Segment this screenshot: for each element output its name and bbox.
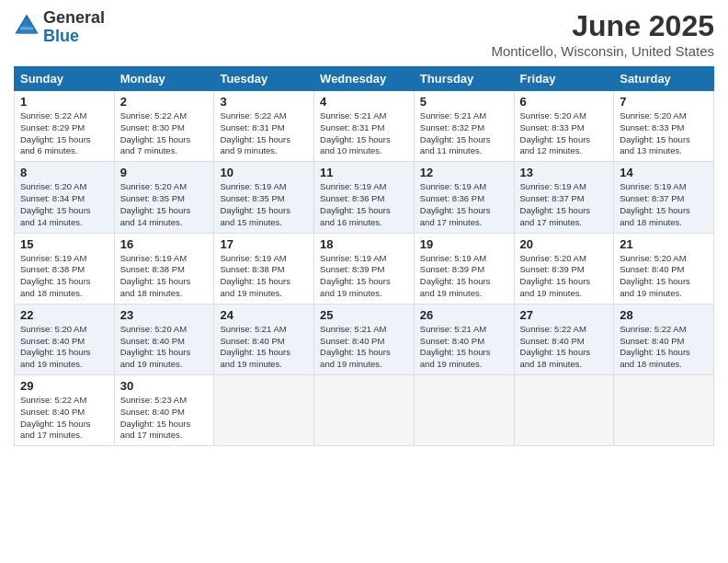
- day-info: Sunrise: 5:19 AMSunset: 8:38 PMDaylight:…: [120, 253, 191, 298]
- day-number: 2: [120, 95, 209, 109]
- calendar-cell: 13 Sunrise: 5:19 AMSunset: 8:37 PMDaylig…: [514, 162, 614, 233]
- day-number: 30: [120, 379, 209, 393]
- col-sunday: Sunday: [15, 67, 115, 91]
- day-info: Sunrise: 5:19 AMSunset: 8:39 PMDaylight:…: [320, 253, 391, 298]
- day-info: Sunrise: 5:22 AMSunset: 8:40 PMDaylight:…: [20, 395, 91, 440]
- day-number: 29: [20, 379, 108, 393]
- calendar-table: Sunday Monday Tuesday Wednesday Thursday…: [14, 66, 714, 446]
- day-number: 17: [220, 237, 308, 251]
- day-number: 7: [620, 95, 708, 109]
- svg-rect-2: [20, 27, 33, 29]
- col-tuesday: Tuesday: [214, 67, 314, 91]
- day-number: 18: [320, 237, 408, 251]
- calendar-cell: 10 Sunrise: 5:19 AMSunset: 8:35 PMDaylig…: [214, 162, 314, 233]
- day-number: 14: [620, 166, 708, 179]
- calendar-header: Sunday Monday Tuesday Wednesday Thursday…: [15, 67, 714, 91]
- day-info: Sunrise: 5:20 AMSunset: 8:33 PMDaylight:…: [520, 110, 591, 155]
- month-title: June 2025: [491, 9, 714, 43]
- calendar-cell: 27 Sunrise: 5:22 AMSunset: 8:40 PMDaylig…: [514, 304, 614, 374]
- day-info: Sunrise: 5:19 AMSunset: 8:37 PMDaylight:…: [620, 181, 690, 226]
- day-info: Sunrise: 5:21 AMSunset: 8:40 PMDaylight:…: [320, 324, 391, 369]
- day-number: 9: [120, 166, 209, 179]
- day-info: Sunrise: 5:21 AMSunset: 8:32 PMDaylight:…: [420, 110, 491, 155]
- day-info: Sunrise: 5:22 AMSunset: 8:40 PMDaylight:…: [620, 324, 690, 369]
- calendar-cell: 25 Sunrise: 5:21 AMSunset: 8:40 PMDaylig…: [314, 304, 415, 374]
- day-info: Sunrise: 5:20 AMSunset: 8:39 PMDaylight:…: [520, 253, 591, 298]
- calendar-cell: 12 Sunrise: 5:19 AMSunset: 8:36 PMDaylig…: [414, 162, 514, 233]
- day-info: Sunrise: 5:19 AMSunset: 8:39 PMDaylight:…: [420, 253, 491, 298]
- calendar-week-row: 8 Sunrise: 5:20 AMSunset: 8:34 PMDayligh…: [15, 162, 714, 233]
- calendar-cell: 24 Sunrise: 5:21 AMSunset: 8:40 PMDaylig…: [214, 304, 314, 374]
- day-info: Sunrise: 5:20 AMSunset: 8:40 PMDaylight:…: [20, 324, 91, 369]
- day-number: 16: [120, 237, 209, 251]
- day-number: 26: [420, 308, 508, 322]
- day-info: Sunrise: 5:19 AMSunset: 8:38 PMDaylight:…: [20, 253, 91, 298]
- calendar-cell: 14 Sunrise: 5:19 AMSunset: 8:37 PMDaylig…: [614, 162, 714, 233]
- calendar-body: 1 Sunrise: 5:22 AMSunset: 8:29 PMDayligh…: [15, 91, 714, 446]
- day-number: 12: [420, 166, 508, 179]
- day-info: Sunrise: 5:22 AMSunset: 8:30 PMDaylight:…: [120, 110, 191, 155]
- day-info: Sunrise: 5:19 AMSunset: 8:36 PMDaylight:…: [320, 181, 391, 226]
- calendar-cell: 16 Sunrise: 5:19 AMSunset: 8:38 PMDaylig…: [114, 233, 214, 304]
- day-number: 8: [20, 166, 108, 179]
- logo-icon: [14, 13, 40, 39]
- col-wednesday: Wednesday: [314, 67, 415, 91]
- calendar-cell: 5 Sunrise: 5:21 AMSunset: 8:32 PMDayligh…: [414, 91, 514, 162]
- day-info: Sunrise: 5:19 AMSunset: 8:38 PMDaylight:…: [220, 253, 290, 298]
- day-number: 11: [320, 166, 408, 179]
- logo-general: General: [43, 9, 105, 28]
- day-info: Sunrise: 5:20 AMSunset: 8:40 PMDaylight:…: [620, 253, 690, 298]
- logo: General Blue: [14, 9, 105, 46]
- calendar-cell: 23 Sunrise: 5:20 AMSunset: 8:40 PMDaylig…: [114, 304, 214, 374]
- calendar-cell: [614, 375, 714, 446]
- day-number: 20: [520, 237, 609, 251]
- day-number: 28: [620, 308, 708, 322]
- calendar-cell: [514, 375, 614, 446]
- logo-blue: Blue: [43, 28, 105, 46]
- day-number: 15: [20, 237, 108, 251]
- day-info: Sunrise: 5:22 AMSunset: 8:29 PMDaylight:…: [20, 110, 91, 155]
- calendar-cell: 19 Sunrise: 5:19 AMSunset: 8:39 PMDaylig…: [414, 233, 514, 304]
- calendar-cell: 28 Sunrise: 5:22 AMSunset: 8:40 PMDaylig…: [614, 304, 714, 374]
- calendar-cell: 3 Sunrise: 5:22 AMSunset: 8:31 PMDayligh…: [214, 91, 314, 162]
- calendar-cell: 7 Sunrise: 5:20 AMSunset: 8:33 PMDayligh…: [614, 91, 714, 162]
- calendar-cell: 11 Sunrise: 5:19 AMSunset: 8:36 PMDaylig…: [314, 162, 415, 233]
- calendar-cell: 18 Sunrise: 5:19 AMSunset: 8:39 PMDaylig…: [314, 233, 415, 304]
- day-info: Sunrise: 5:20 AMSunset: 8:40 PMDaylight:…: [120, 324, 191, 369]
- day-number: 27: [520, 308, 609, 322]
- day-info: Sunrise: 5:19 AMSunset: 8:37 PMDaylight:…: [520, 181, 591, 226]
- calendar-week-row: 15 Sunrise: 5:19 AMSunset: 8:38 PMDaylig…: [15, 233, 714, 304]
- col-monday: Monday: [114, 67, 214, 91]
- col-friday: Friday: [514, 67, 614, 91]
- calendar-cell: 22 Sunrise: 5:20 AMSunset: 8:40 PMDaylig…: [15, 304, 115, 374]
- calendar-cell: 15 Sunrise: 5:19 AMSunset: 8:38 PMDaylig…: [15, 233, 115, 304]
- calendar-cell: 6 Sunrise: 5:20 AMSunset: 8:33 PMDayligh…: [514, 91, 614, 162]
- calendar-week-row: 22 Sunrise: 5:20 AMSunset: 8:40 PMDaylig…: [15, 304, 714, 374]
- calendar-cell: 29 Sunrise: 5:22 AMSunset: 8:40 PMDaylig…: [15, 375, 115, 446]
- calendar-cell: 17 Sunrise: 5:19 AMSunset: 8:38 PMDaylig…: [214, 233, 314, 304]
- location: Monticello, Wisconsin, United States: [491, 43, 714, 59]
- day-number: 22: [20, 308, 108, 322]
- day-info: Sunrise: 5:20 AMSunset: 8:35 PMDaylight:…: [120, 181, 191, 226]
- header-row: Sunday Monday Tuesday Wednesday Thursday…: [15, 67, 714, 91]
- calendar-cell: [214, 375, 314, 446]
- calendar-cell: 1 Sunrise: 5:22 AMSunset: 8:29 PMDayligh…: [15, 91, 115, 162]
- calendar-cell: 26 Sunrise: 5:21 AMSunset: 8:40 PMDaylig…: [414, 304, 514, 374]
- day-number: 10: [220, 166, 308, 179]
- page: General Blue June 2025 Monticello, Wisco…: [0, 0, 728, 563]
- logo-text: General Blue: [43, 9, 105, 46]
- calendar-cell: 20 Sunrise: 5:20 AMSunset: 8:39 PMDaylig…: [514, 233, 614, 304]
- calendar-cell: 21 Sunrise: 5:20 AMSunset: 8:40 PMDaylig…: [614, 233, 714, 304]
- day-number: 3: [220, 95, 308, 109]
- calendar-cell: 4 Sunrise: 5:21 AMSunset: 8:31 PMDayligh…: [314, 91, 415, 162]
- day-number: 13: [520, 166, 609, 179]
- calendar-week-row: 29 Sunrise: 5:22 AMSunset: 8:40 PMDaylig…: [15, 375, 714, 446]
- day-number: 23: [120, 308, 209, 322]
- header: General Blue June 2025 Monticello, Wisco…: [14, 9, 714, 59]
- col-thursday: Thursday: [414, 67, 514, 91]
- day-info: Sunrise: 5:21 AMSunset: 8:40 PMDaylight:…: [220, 324, 290, 369]
- day-number: 19: [420, 237, 508, 251]
- day-number: 1: [20, 95, 108, 109]
- calendar-cell: [414, 375, 514, 446]
- calendar-cell: 30 Sunrise: 5:23 AMSunset: 8:40 PMDaylig…: [114, 375, 214, 446]
